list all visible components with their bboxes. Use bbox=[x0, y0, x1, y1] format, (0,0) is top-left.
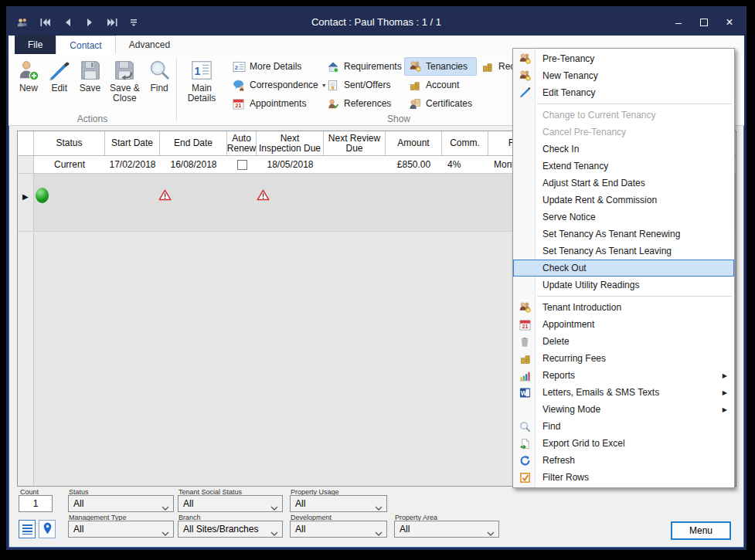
requirements-house-icon bbox=[327, 60, 340, 73]
sent-offers-button[interactable]: Sent/Offers bbox=[322, 76, 404, 94]
grid-cell-amount[interactable]: £850.00 bbox=[386, 156, 442, 173]
appointments-button[interactable]: 21 Appointments bbox=[228, 94, 322, 113]
certificates-button[interactable]: Certificates bbox=[404, 94, 477, 113]
edit-button[interactable]: Edit bbox=[44, 56, 75, 114]
grid-header-next-review-due[interactable]: Next Review Due bbox=[324, 131, 386, 155]
status-filter-dropdown[interactable]: All bbox=[68, 495, 174, 512]
main-details-button[interactable]: 1 Main Details bbox=[182, 56, 222, 114]
menu-item-set-tenancy-tenant-renewing[interactable]: Set Tenancy As Tenant Renewing bbox=[513, 226, 734, 243]
auto-renew-checkbox[interactable] bbox=[237, 160, 247, 170]
menu-item-extend-tenancy[interactable]: Extend Tenancy bbox=[513, 158, 734, 175]
menu-item-change-to-current-tenancy: Change to Current Tenancy bbox=[513, 107, 734, 124]
chevron-down-icon bbox=[375, 502, 383, 513]
status-green-indicator-icon bbox=[36, 188, 49, 203]
menu-item-label: Recurring Fees bbox=[542, 353, 606, 364]
property-area-filter-value: All bbox=[400, 524, 410, 535]
minimize-button[interactable]: – bbox=[673, 16, 684, 29]
menu-item-check-in[interactable]: Check In bbox=[513, 141, 734, 158]
menu-item-label: Appointment bbox=[542, 319, 594, 330]
references-button[interactable]: References bbox=[322, 94, 404, 113]
sent-offers-label: Sent/Offers bbox=[344, 80, 390, 90]
correspondence-button[interactable]: Correspondence ▼ bbox=[228, 76, 322, 94]
menu-item-appointment[interactable]: 21 Appointment bbox=[513, 316, 734, 333]
menu-item-label: Extend Tenancy bbox=[542, 161, 608, 171]
property-usage-filter-dropdown[interactable]: All bbox=[290, 495, 387, 512]
menu-item-set-tenancy-tenant-leaving[interactable]: Set Tenancy As Tenant Leaving bbox=[513, 243, 734, 260]
menu-item-filter-rows[interactable]: Filter Rows bbox=[513, 469, 734, 486]
certificates-icon bbox=[409, 97, 422, 110]
property-area-filter-dropdown[interactable]: All bbox=[394, 521, 499, 538]
maximize-button[interactable] bbox=[699, 16, 709, 29]
menu-item-refresh[interactable]: Refresh bbox=[513, 452, 734, 469]
filter-check-icon bbox=[518, 470, 532, 484]
menu-item-label: Set Tenancy As Tenant Renewing bbox=[542, 229, 680, 239]
grid-header-next-inspection-due[interactable]: Next Inspection Due bbox=[257, 131, 324, 155]
new-button[interactable]: New bbox=[13, 56, 44, 114]
menu-item-serve-notice[interactable]: Serve Notice bbox=[513, 209, 734, 226]
tab-contact[interactable]: Contact bbox=[56, 36, 115, 54]
grid-cell-next-inspection-due[interactable]: 18/05/2018 bbox=[257, 156, 324, 173]
menu-item-recurring-fees[interactable]: Recurring Fees bbox=[513, 350, 734, 367]
menu-item-tenant-introduction[interactable]: Tenant Introduction bbox=[513, 299, 734, 316]
menu-item-new-tenancy[interactable]: New Tenancy bbox=[513, 67, 734, 84]
grid-cell-status[interactable]: Current bbox=[34, 156, 105, 173]
map-view-button[interactable] bbox=[39, 520, 56, 538]
more-details-button[interactable]: 2 More Details bbox=[228, 57, 322, 76]
tenancies-button[interactable]: Tenancies bbox=[404, 57, 477, 76]
close-button[interactable]: × bbox=[724, 15, 735, 29]
submenu-arrow-icon: ▶ bbox=[723, 406, 727, 413]
chevron-down-icon bbox=[270, 528, 278, 538]
menu-item-viewing-mode[interactable]: Viewing Mode ▶ bbox=[513, 401, 734, 418]
grid-header-start-date[interactable]: Start Date bbox=[105, 131, 160, 155]
previous-record-icon[interactable] bbox=[61, 15, 73, 29]
account-money-icon bbox=[409, 79, 422, 91]
menu-separator bbox=[537, 296, 732, 297]
branch-filter-dropdown[interactable]: All Sites/Branches bbox=[178, 521, 283, 538]
requirements-label: Requirements bbox=[344, 61, 402, 72]
menu-item-export-grid-to-excel[interactable]: Export Grid to Excel bbox=[513, 435, 734, 452]
appointments-calendar-icon: 21 bbox=[233, 97, 246, 110]
list-view-button[interactable] bbox=[19, 520, 36, 538]
recurring-money-icon bbox=[481, 60, 495, 73]
tenant-social-status-filter-value: All bbox=[183, 498, 193, 509]
grid-cell-next-review-due[interactable] bbox=[324, 156, 386, 173]
grid-cell-comm[interactable]: 4% bbox=[442, 156, 488, 173]
menu-item-update-rent-commission[interactable]: Update Rent & Commission bbox=[513, 192, 734, 209]
tab-advanced[interactable]: Advanced bbox=[116, 36, 183, 54]
development-filter-dropdown[interactable]: All bbox=[290, 521, 387, 538]
chevron-down-icon bbox=[162, 502, 169, 513]
grid-cell-auto-renew[interactable] bbox=[227, 156, 257, 173]
menu-button[interactable]: Menu bbox=[671, 521, 731, 540]
menu-item-edit-tenancy[interactable]: Edit Tenancy bbox=[513, 84, 734, 101]
grid-header-status[interactable]: Status bbox=[34, 131, 105, 155]
menu-item-update-utility-readings[interactable]: Update Utility Readings bbox=[513, 277, 734, 294]
show-column-c: Tenancies Account Certificates bbox=[404, 56, 477, 114]
grid-header-auto-renew[interactable]: Auto Renew bbox=[227, 131, 257, 155]
tenant-social-status-filter-dropdown[interactable]: All bbox=[178, 495, 283, 512]
menu-item-label: Refresh bbox=[542, 455, 575, 466]
next-record-icon[interactable] bbox=[83, 15, 96, 29]
grid-header-comm[interactable]: Comm. bbox=[442, 131, 488, 155]
menu-item-find[interactable]: Find bbox=[513, 418, 734, 435]
account-button[interactable]: Account bbox=[404, 76, 477, 94]
menu-item-adjust-start-end-dates[interactable]: Adjust Start & End Dates bbox=[513, 175, 734, 192]
save-button[interactable]: Save bbox=[75, 56, 106, 114]
menu-item-reports[interactable]: Reports ▶ bbox=[513, 367, 734, 384]
menu-item-letters-emails-sms[interactable]: W Letters, Emails & SMS Texts ▶ bbox=[513, 384, 734, 401]
menu-item-label: Reports bbox=[542, 370, 575, 381]
management-type-filter-dropdown[interactable]: All bbox=[68, 521, 174, 538]
requirements-button[interactable]: Requirements bbox=[322, 57, 404, 76]
menu-item-check-out[interactable]: Check Out bbox=[513, 260, 734, 277]
tab-file[interactable]: File bbox=[15, 36, 56, 54]
grid-header-amount[interactable]: Amount bbox=[386, 131, 442, 155]
certificates-label: Certificates bbox=[426, 98, 472, 109]
menu-item-pre-tenancy[interactable]: Pre-Tenancy bbox=[513, 50, 734, 67]
menu-item-delete[interactable]: Delete bbox=[513, 333, 734, 350]
grid-cell-start-date[interactable]: 17/02/2018 bbox=[105, 156, 160, 173]
first-record-icon[interactable] bbox=[39, 15, 51, 29]
grid-cell-end-date[interactable]: 16/08/2018 bbox=[160, 156, 227, 173]
edit-pencil-icon bbox=[518, 86, 532, 100]
grid-header-end-date[interactable]: End Date bbox=[160, 131, 227, 155]
find-button[interactable]: Find bbox=[144, 56, 175, 114]
save-close-button[interactable]: Save & Close bbox=[105, 56, 144, 114]
